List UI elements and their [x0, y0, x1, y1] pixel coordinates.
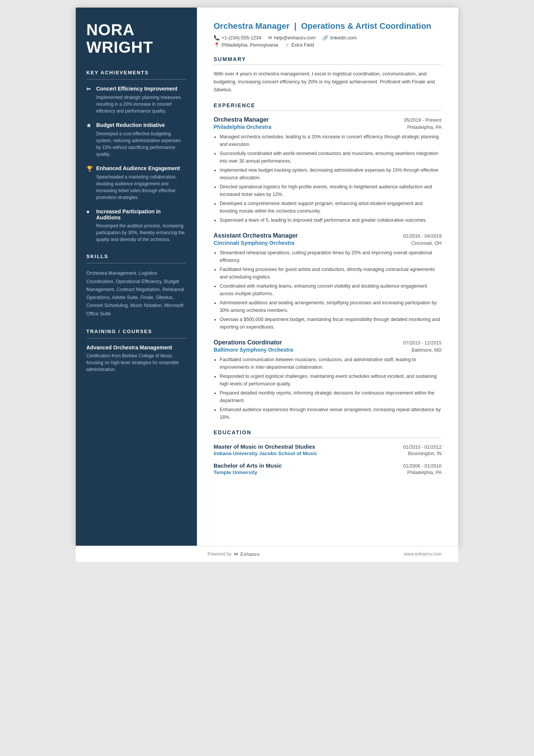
education-section: EDUCATION Master of Music in Orchestral … — [214, 429, 442, 475]
list-item: Developed a comprehensive student suppor… — [220, 200, 442, 215]
achievements-section: KEY ACHIEVEMENTS ✂ Concert Efficiency Im… — [86, 70, 186, 243]
job-title: Orchestra Manager | Operations & Artist … — [214, 21, 442, 31]
achievement-4-desc: Revamped the audition process, increasin… — [86, 222, 186, 243]
list-item: Enhanced audience experiences through in… — [220, 406, 442, 421]
achievements-title: KEY ACHIEVEMENTS — [86, 70, 186, 75]
exp-0-bullets: Managed orchestra schedules, leading to … — [214, 133, 442, 224]
exp-1-location: Cincinnati, OH — [411, 241, 442, 246]
list-item: Implemented new budget tracking system, … — [220, 166, 442, 182]
star-icon: ★ — [86, 122, 93, 128]
list-item: Facilitated communication between musici… — [220, 356, 442, 371]
exp-0-org: Philadelphia Orchestra — [214, 124, 272, 130]
list-item: Responded to urgent logistical challenge… — [220, 373, 442, 388]
page-footer: Powered by ∞ Enhancv www.enhancv.com — [76, 546, 458, 562]
main-content: Orchestra Manager | Operations & Artist … — [197, 8, 458, 546]
list-item: Prepared detailed monthly reports, infor… — [220, 389, 442, 404]
education-1: Bachelor of Arts in Music 01/2006 - 01/2… — [214, 462, 442, 475]
achievement-2: ★ Budget Reduction Initiative Developed … — [86, 122, 186, 158]
summary-title: SUMMARY — [214, 56, 442, 62]
exp-2-location: Baltimore, MD — [412, 347, 442, 353]
exp-0-date: 05/2019 - Present — [404, 117, 442, 123]
achievement-1-desc: Implemented strategic planning measures,… — [86, 94, 186, 114]
summary-section: SUMMARY With over 4 years in orchestra m… — [214, 56, 442, 94]
exp-1-date: 01/2016 - 04/2019 — [403, 233, 442, 239]
edu-0-degree: Master of Music in Orchestral Studies — [214, 443, 315, 450]
edu-1-degree: Bachelor of Arts in Music — [214, 462, 282, 469]
link-icon: 🔗 — [322, 35, 328, 41]
achievement-1: ✂ Concert Efficiency Improvement Impleme… — [86, 86, 186, 114]
exp-2-org: Baltimore Symphony Orchestra — [214, 347, 293, 353]
linkedin-contact: 🔗 linkedin.com — [322, 35, 356, 41]
scissors-icon: ✂ — [86, 86, 93, 92]
exp-1-org: Cincinnati Symphony Orchestra — [214, 240, 294, 246]
achievement-2-desc: Developed a cost-effective budgeting sys… — [86, 130, 186, 158]
education-0: Master of Music in Orchestral Studies 01… — [214, 443, 442, 456]
powered-by-label: Powered by — [208, 551, 231, 557]
achievement-4: ♥ Increased Participation in Auditions R… — [86, 208, 186, 243]
exp-2-role: Operations Coordinator — [214, 339, 282, 346]
list-item: Supervised a team of 5, leading to impro… — [220, 216, 442, 224]
sidebar: NORA WRIGHT KEY ACHIEVEMENTS ✂ Concert E… — [76, 8, 197, 546]
contact-row-1: 📞 +1-(234)-555-1234 ✉ help@enhancv.com 🔗… — [214, 35, 442, 41]
infinity-icon: ∞ — [234, 551, 238, 557]
achievement-3: 🏆 Enhanced Audience Engagement Spearhead… — [86, 165, 186, 201]
achievement-3-desc: Spearheaded a marketing collaboration, d… — [86, 174, 186, 201]
list-item: Managed orchestra schedules, leading to … — [220, 133, 442, 148]
location-contact: 📍 Philadelphia, Pennsylvania — [214, 42, 278, 48]
summary-text: With over 4 years in orchestra managemen… — [214, 70, 442, 94]
extra-contact: ☆ Extra Field — [285, 42, 314, 48]
exp-1-role: Assistant Orchestra Manager — [214, 232, 298, 239]
list-item: Successfully coordinated with world-reno… — [220, 150, 442, 165]
skills-text: Orchestra Management, Logistics Coordina… — [86, 269, 186, 318]
list-item: Administered auditions and seating arran… — [220, 299, 442, 314]
exp-1-bullets: Streamlined rehearsal operations, cuttin… — [214, 249, 442, 331]
edu-1-org: Temple University — [214, 470, 257, 475]
training-0-title: Advanced Orchestra Management — [86, 344, 186, 351]
exp-2-bullets: Facilitated communication between musici… — [214, 356, 442, 421]
list-item: Streamlined rehearsal operations, cuttin… — [220, 249, 442, 264]
experience-0: Orchestra Manager 05/2019 - Present Phil… — [214, 116, 442, 224]
training-0-desc: Certification from Berklee College of Mu… — [86, 352, 186, 373]
edu-0-location: Bloomington, IN — [408, 451, 442, 456]
main-header: Orchestra Manager | Operations & Artist … — [214, 21, 442, 48]
exp-0-role: Orchestra Manager — [214, 116, 269, 123]
list-item: Oversaw a $500,000 department budget, ma… — [220, 316, 442, 331]
exp-0-location: Philadelphia, PA — [407, 125, 442, 130]
training-title: TRAINING / COURSES — [86, 329, 186, 334]
phone-contact: 📞 +1-(234)-555-1234 — [214, 35, 261, 41]
list-item: Facilitated hiring processes for guest a… — [220, 266, 442, 281]
star-outline-icon: ☆ — [285, 42, 289, 48]
list-item: Directed operational logistics for high-… — [220, 183, 442, 198]
experience-section: EXPERIENCE Orchestra Manager 05/2019 - P… — [214, 102, 442, 421]
location-icon: 📍 — [214, 42, 220, 48]
edu-1-date: 01/2006 - 01/2010 — [403, 463, 442, 469]
education-title: EDUCATION — [214, 429, 442, 435]
edu-0-org: Indiana University Jacobs School of Musi… — [214, 451, 317, 456]
trophy-icon: 🏆 — [86, 166, 93, 172]
footer-website: www.enhancv.com — [404, 551, 442, 557]
phone-icon: 📞 — [214, 35, 220, 41]
email-contact: ✉ help@enhancv.com — [268, 35, 316, 41]
experience-1: Assistant Orchestra Manager 01/2016 - 04… — [214, 232, 442, 331]
training-section: TRAINING / COURSES Advanced Orchestra Ma… — [86, 329, 186, 373]
skills-title: SKILLS — [86, 254, 186, 259]
email-icon: ✉ — [268, 35, 272, 41]
experience-2: Operations Coordinator 07/2013 - 12/2015… — [214, 339, 442, 421]
edu-1-location: Philadelphia, PA — [407, 470, 442, 475]
list-item: Coordinated with marketing teams, enhanc… — [220, 282, 442, 297]
edu-0-date: 01/2010 - 01/2012 — [403, 445, 442, 450]
heart-icon: ♥ — [86, 209, 93, 215]
contact-row-2: 📍 Philadelphia, Pennsylvania ☆ Extra Fie… — [214, 42, 442, 48]
skills-section: SKILLS Orchestra Management, Logistics C… — [86, 254, 186, 318]
exp-2-date: 07/2013 - 12/2015 — [403, 340, 442, 346]
brand-name: Enhancv — [240, 551, 260, 557]
experience-title: EXPERIENCE — [214, 102, 442, 108]
resume-container: NORA WRIGHT KEY ACHIEVEMENTS ✂ Concert E… — [76, 8, 458, 546]
candidate-name: NORA WRIGHT — [86, 21, 186, 56]
